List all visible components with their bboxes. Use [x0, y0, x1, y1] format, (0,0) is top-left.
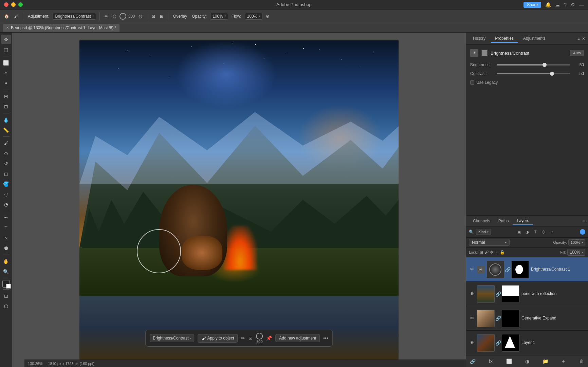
target-icon[interactable]: ◎	[137, 13, 143, 19]
home-btn[interactable]: 🏠	[3, 13, 11, 19]
add-new-adjustment-button[interactable]: Add new adjustment	[275, 334, 320, 342]
tab-layers[interactable]: Layers	[513, 217, 533, 225]
layer-panel-menu-icon[interactable]: ≡	[583, 219, 585, 223]
brightness-thumb[interactable]	[543, 63, 547, 67]
brush-adjust-icon[interactable]: ✏	[241, 335, 245, 341]
brush-tool[interactable]: 🖌	[1, 139, 11, 148]
mask-adjust-icon[interactable]: ⊡	[249, 335, 253, 341]
path-select-tool[interactable]: ↖	[1, 233, 11, 243]
new-layer-button[interactable]: +	[560, 357, 567, 365]
lock-paint-icon[interactable]: 🖌	[484, 250, 489, 255]
contrast-thumb[interactable]	[550, 72, 554, 76]
pen-tool[interactable]: ✒	[1, 213, 11, 222]
shape-filter-icon[interactable]: ⬡	[540, 228, 547, 235]
tab-paths[interactable]: Paths	[494, 217, 513, 225]
adj-filter-icon[interactable]: ◑	[524, 228, 531, 235]
vector-icon[interactable]: ⬡	[111, 13, 117, 19]
artboard-tool[interactable]: ⬚	[1, 45, 11, 54]
settings-icon[interactable]: ⚙	[571, 2, 575, 7]
minimize-button[interactable]	[11, 2, 16, 7]
new-group-button[interactable]: 📁	[541, 357, 549, 365]
delete-layer-button[interactable]: 🗑	[578, 357, 585, 365]
use-legacy-checkbox[interactable]	[470, 80, 474, 85]
brush-circle-icon[interactable]	[120, 13, 126, 20]
layer-visibility-eye-4[interactable]: 👁	[469, 340, 475, 346]
layer-item-layer1[interactable]: 👁 🔗 Layer 1	[466, 331, 588, 355]
auto-button[interactable]: Auto	[570, 50, 584, 56]
more-options-icon[interactable]: •••	[323, 335, 328, 341]
eyedropper-tool[interactable]: 💧	[1, 115, 11, 125]
foreground-color[interactable]	[2, 280, 10, 288]
link-layers-button[interactable]: 🔗	[469, 357, 476, 365]
maximize-button[interactable]	[18, 2, 23, 7]
magic-wand-tool[interactable]: ✦	[1, 78, 11, 88]
filter-toggle[interactable]	[580, 229, 585, 235]
panel-options-icon[interactable]: ≡	[577, 36, 580, 41]
pixel-filter-icon[interactable]: ▣	[516, 228, 522, 235]
eraser-tool[interactable]: ◻	[1, 169, 11, 179]
type-tool[interactable]: T	[1, 223, 11, 233]
brightness-slider[interactable]	[497, 64, 570, 66]
screen-mode-tool[interactable]: ⬡	[1, 301, 11, 311]
marquee-tool[interactable]: ⬜	[1, 58, 11, 68]
pencil-icon[interactable]: ✏	[103, 13, 109, 19]
lasso-tool[interactable]: ○	[1, 68, 11, 78]
layer-item-brightness[interactable]: 👁 ☀ 🔗 Brightness/	[466, 257, 588, 282]
panel-close-icon[interactable]: ✕	[582, 36, 585, 41]
close-button[interactable]	[4, 2, 8, 7]
layer-item-pond[interactable]: 👁 🔗 pond with reflection	[466, 282, 588, 306]
kind-dropdown[interactable]: Kind ▾	[476, 229, 491, 235]
history-brush-tool[interactable]: ↺	[1, 159, 11, 168]
dodge-tool[interactable]: ◔	[1, 200, 11, 209]
cloud-icon[interactable]: ☁	[555, 2, 560, 7]
adjustment-type-dropdown[interactable]: Brightness/Contrast ▾	[150, 334, 194, 342]
fill-value-dropdown[interactable]: 100% ▾	[567, 249, 585, 256]
blend-mode-dropdown[interactable]: Normal ▾	[469, 239, 510, 246]
perspective-tool[interactable]: ⊡	[1, 102, 11, 111]
tab-properties[interactable]: Properties	[491, 35, 518, 43]
close-tab-icon[interactable]: ✕	[6, 26, 9, 30]
new-adjustment-layer-button[interactable]: ◑	[523, 357, 531, 365]
add-layer-style-button[interactable]: fx	[487, 357, 495, 365]
hand-tool[interactable]: ✋	[1, 257, 11, 266]
tab-history[interactable]: History	[469, 35, 490, 43]
filter-btn[interactable]: ⊞	[159, 13, 165, 19]
window-min-icon[interactable]: —	[579, 2, 584, 7]
shape-tool[interactable]: ⬟	[1, 243, 11, 253]
layer-visibility-eye-1[interactable]: 👁	[469, 267, 475, 273]
opacity-dropdown[interactable]: 100% ▾	[210, 13, 228, 20]
move-tool[interactable]: ✥	[1, 35, 11, 44]
zoom-tool[interactable]: 🔍	[1, 267, 11, 276]
add-mask-button[interactable]: ⬜	[505, 357, 513, 365]
doc-tab[interactable]: ✕ Bear.psd @ 130% (Brightness/Contrast 1…	[3, 24, 120, 32]
tab-adjustments[interactable]: Adjustments	[519, 35, 550, 43]
flow-dropdown[interactable]: 100% ▾	[245, 13, 263, 20]
mask-btn[interactable]: ⊡	[150, 13, 157, 19]
smart-filter-icon[interactable]: ⊙	[548, 228, 555, 235]
adjustment-dropdown[interactable]: Brightness/Contrast ▾	[53, 13, 96, 20]
opacity-value-dropdown[interactable]: 100% ▾	[568, 239, 585, 245]
notification-icon[interactable]: 🔔	[545, 2, 551, 7]
canvas-image[interactable]	[79, 40, 399, 360]
lock-all-icon[interactable]: 🔒	[500, 250, 505, 255]
stamp-tool[interactable]: ⊙	[1, 149, 11, 158]
help-icon[interactable]: ?	[564, 2, 567, 7]
brush-btn[interactable]: 🖌	[13, 13, 19, 19]
lock-pixels-icon[interactable]: ⊞	[480, 250, 483, 255]
contrast-slider[interactable]	[497, 73, 570, 74]
layer-item-generative[interactable]: 👁 🔗 Generative Expand	[466, 306, 588, 331]
share-button[interactable]: Share	[523, 2, 541, 8]
layer-visibility-eye-2[interactable]: 👁	[469, 291, 475, 297]
type-filter-icon[interactable]: T	[532, 228, 539, 235]
blur-tool[interactable]: ◌	[1, 189, 11, 199]
layer-visibility-eye-3[interactable]: 👁	[469, 315, 475, 322]
eraser-icon[interactable]: ⊘	[264, 13, 271, 19]
pin-icon[interactable]: 📌	[266, 335, 272, 341]
lock-artboard-icon[interactable]: ⬚	[495, 250, 498, 255]
tab-channels[interactable]: Channels	[469, 217, 494, 225]
quick-mask-tool[interactable]: ⊡	[1, 291, 11, 301]
apply-to-object-button[interactable]: 🖌 Apply to object	[198, 334, 238, 343]
paint-bucket-tool[interactable]: 🪣	[1, 179, 11, 189]
lock-move-icon[interactable]: ✥	[490, 250, 493, 255]
crop-tool[interactable]: ⊞	[1, 92, 11, 101]
